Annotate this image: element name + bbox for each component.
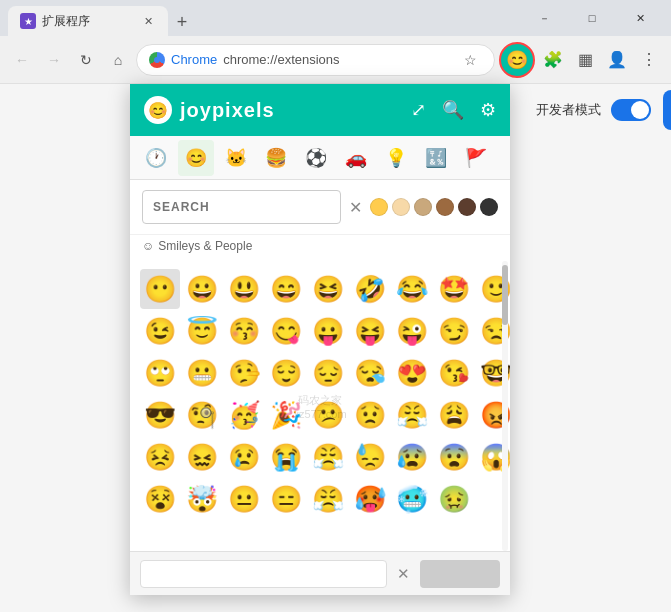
back-button[interactable]: ←: [8, 46, 36, 74]
emoji-confounded[interactable]: 😖: [182, 437, 222, 477]
emoji-sick[interactable]: 🤢: [434, 479, 474, 519]
cat-recent[interactable]: 🕐: [138, 140, 174, 176]
cat-objects[interactable]: 💡: [378, 140, 414, 176]
dev-mode-toggle[interactable]: [611, 99, 651, 121]
emoji-search-input[interactable]: [142, 190, 341, 224]
emoji-grinning[interactable]: 😀: [182, 269, 222, 309]
cat-travel[interactable]: 🚗: [338, 140, 374, 176]
emoji-party-popper[interactable]: 🎉: [266, 395, 306, 435]
skin-tone-6[interactable]: [480, 198, 498, 216]
emoji-tired[interactable]: 😩: [434, 395, 474, 435]
emoji-sleepy[interactable]: 😪: [350, 353, 390, 393]
emoji-starstruck[interactable]: 🤩: [434, 269, 474, 309]
emoji-pensive[interactable]: 😔: [308, 353, 348, 393]
search-clear-icon[interactable]: ✕: [349, 198, 362, 217]
window-controls: － □ ✕: [521, 0, 663, 36]
emoji-extension-icon[interactable]: 😊: [499, 42, 535, 78]
emoji-kiss[interactable]: 😚: [224, 311, 264, 351]
skin-tone-2[interactable]: [392, 198, 410, 216]
emoji-grid: 😶 😀 😃 😄 😆 🤣 😂 🤩 🙂 😉 😇 😚 😋 😛 😝 😜 😏: [140, 269, 500, 519]
emoji-roll-eyes[interactable]: 🙄: [140, 353, 180, 393]
bottom-clear-icon[interactable]: ✕: [397, 565, 410, 583]
joypixels-logo-emoji: 😊: [148, 101, 168, 120]
emoji-sweat[interactable]: 😓: [350, 437, 390, 477]
cat-food[interactable]: 🍔: [258, 140, 294, 176]
home-button[interactable]: ⌂: [104, 46, 132, 74]
emoji-relieved[interactable]: 😌: [266, 353, 306, 393]
insert-button[interactable]: [420, 560, 500, 588]
emoji-grimacing[interactable]: 😬: [182, 353, 222, 393]
emoji-neutral[interactable]: 😑: [266, 479, 306, 519]
emoji-dizzy[interactable]: 😵: [140, 479, 180, 519]
emoji-halo[interactable]: 😇: [182, 311, 222, 351]
emoji-persevering[interactable]: 😣: [140, 437, 180, 477]
expand-icon[interactable]: ⤢: [411, 99, 426, 121]
emoji-monocle[interactable]: 🧐: [182, 395, 222, 435]
active-tab[interactable]: ★ 扩展程序 ✕: [8, 6, 168, 36]
emoji-blank[interactable]: 😶: [140, 269, 180, 309]
emoji-triumph[interactable]: 😤: [308, 437, 348, 477]
skin-tone-5[interactable]: [458, 198, 476, 216]
emoji-confused[interactable]: 😕: [308, 395, 348, 435]
scrollbar-track[interactable]: [502, 261, 508, 551]
emoji-winking-tongue[interactable]: 😜: [392, 311, 432, 351]
skin-tone-4[interactable]: [436, 198, 454, 216]
emoji-serious[interactable]: 😤: [392, 395, 432, 435]
emoji-squinting[interactable]: 😝: [350, 311, 390, 351]
emoji-anxious[interactable]: 😰: [392, 437, 432, 477]
emoji-wink[interactable]: 😉: [140, 311, 180, 351]
scrollbar-thumb[interactable]: [502, 265, 508, 325]
emoji-rage[interactable]: 😐: [224, 479, 264, 519]
emoji-stuck-out-tongue[interactable]: 😛: [308, 311, 348, 351]
emoji-crying[interactable]: 😢: [224, 437, 264, 477]
close-button[interactable]: ✕: [617, 0, 663, 36]
emoji-kissing-heart[interactable]: 😘: [434, 353, 474, 393]
address-bar[interactable]: Chrome chrome://extensions ☆: [136, 44, 495, 76]
emoji-heart-eyes[interactable]: 😍: [392, 353, 432, 393]
emoji-smirk[interactable]: 😏: [434, 311, 474, 351]
cat-animals[interactable]: 🐱: [218, 140, 254, 176]
cat-symbols[interactable]: 🔣: [418, 140, 454, 176]
puzzle-icon[interactable]: 🧩: [539, 46, 567, 74]
title-bar: ★ 扩展程序 ✕ + － □ ✕: [0, 0, 671, 36]
skin-tone-3[interactable]: [414, 198, 432, 216]
joypixels-header: 😊 joypixels ⤢ 🔍 ⚙: [130, 84, 510, 136]
refresh-button[interactable]: ↻: [72, 46, 100, 74]
tab-close-button[interactable]: ✕: [140, 13, 156, 29]
tab-favicon: ★: [20, 13, 36, 29]
emoji-lying[interactable]: 🤥: [224, 353, 264, 393]
new-tab-button[interactable]: +: [168, 8, 196, 36]
emoji-rofl[interactable]: 🤣: [350, 269, 390, 309]
cat-smileys[interactable]: 😊: [178, 140, 214, 176]
emoji-pout[interactable]: 😤: [308, 479, 348, 519]
picker-search-icon[interactable]: 🔍: [442, 99, 464, 121]
emoji-partying[interactable]: 🥳: [224, 395, 264, 435]
emoji-yum[interactable]: 😋: [266, 311, 306, 351]
emoji-sunglasses[interactable]: 😎: [140, 395, 180, 435]
emoji-fearful[interactable]: 😨: [434, 437, 474, 477]
cat-activities[interactable]: ⚽: [298, 140, 334, 176]
maximize-button[interactable]: □: [569, 0, 615, 36]
sidebar-icon[interactable]: ▦: [571, 46, 599, 74]
forward-button[interactable]: →: [40, 46, 68, 74]
emoji-laughing[interactable]: 😆: [308, 269, 348, 309]
emoji-smiley[interactable]: 😃: [224, 269, 264, 309]
minimize-button[interactable]: －: [521, 0, 567, 36]
emoji-loudly-crying[interactable]: 😭: [266, 437, 306, 477]
emoji-grid-area[interactable]: 😶 😀 😃 😄 😆 🤣 😂 🤩 🙂 😉 😇 😚 😋 😛 😝 😜 😏: [130, 261, 510, 551]
emoji-worried[interactable]: 😟: [350, 395, 390, 435]
emoji-cold[interactable]: 🥶: [392, 479, 432, 519]
profile-icon[interactable]: 👤: [603, 46, 631, 74]
skin-tone-1[interactable]: [370, 198, 388, 216]
section-title: Smileys & People: [158, 239, 252, 253]
emoji-exploding-head[interactable]: 🤯: [182, 479, 222, 519]
emoji-joy[interactable]: 😂: [392, 269, 432, 309]
emoji-smile[interactable]: 😄: [266, 269, 306, 309]
bookmark-star-icon[interactable]: ☆: [458, 48, 482, 72]
chrome-brand-text: Chrome: [171, 52, 217, 67]
cat-flags[interactable]: 🚩: [458, 140, 494, 176]
picker-settings-icon[interactable]: ⚙: [480, 99, 496, 121]
emoji-output-input[interactable]: [140, 560, 387, 588]
emoji-hot[interactable]: 🥵: [350, 479, 390, 519]
menu-icon[interactable]: ⋮: [635, 46, 663, 74]
